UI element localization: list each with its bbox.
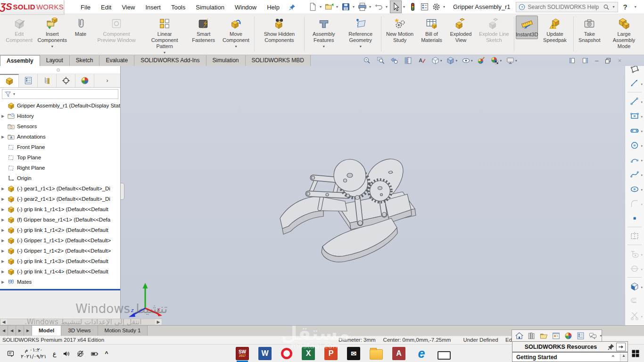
taskbar-app-button[interactable] [370,349,383,360]
tree-item[interactable]: ▶ (-) grip link 1_r1<1> (Default<<Defaul… [0,204,120,214]
sketch-tool-button[interactable]: ▾ [627,280,642,293]
save-button[interactable] [340,1,351,13]
task-pane-button[interactable] [537,330,550,341]
tree-item[interactable]: ▶ Gripper Assembly_r1 (Default<Display S… [0,100,120,111]
ribbon-button[interactable]: Show Hidden Components [256,16,303,44]
headsup-button[interactable]: ▾ [446,56,457,65]
chevron-down-icon[interactable]: ▾ [635,5,636,9]
sketch-tool-button[interactable]: ▾ [627,197,642,210]
sketch-tool-button[interactable]: ▾ [627,138,642,152]
panel-tabs-expand-button[interactable]: › [94,74,120,87]
task-pane-button[interactable] [525,330,537,341]
sketch-tool-button[interactable]: ▾ [627,247,642,261]
document-tab[interactable]: Motion Study 1 [98,326,148,336]
taskbar-app-button[interactable]: W [258,347,272,360]
taskbar-app-button[interactable]: A [392,347,405,360]
command-tab[interactable]: Sketch [70,55,100,66]
menu-item[interactable]: Edit [96,1,116,13]
expand-arrow-icon[interactable]: ▶ [1,239,7,243]
ribbon-button[interactable]: Bill of Materials [417,16,446,44]
task-pane-button[interactable] [574,330,586,341]
expand-arrow-icon[interactable]: ▶ [1,280,7,284]
show-left-pane-icon[interactable] [569,57,576,64]
expand-arrow-icon[interactable]: ▶ [1,249,7,253]
ribbon-button[interactable]: Mate [70,16,91,38]
tree-item[interactable]: ▶ Sensors [0,121,120,132]
ribbon-button[interactable]: Instant3D [516,16,538,39]
document-tab[interactable]: 3D Views [61,326,98,336]
sketch-tool-button[interactable] [627,294,642,308]
collapse-pane-button[interactable] [616,343,626,351]
menu-item[interactable]: Insert [140,1,166,13]
ribbon-button[interactable]: Large Assembly Mode [604,16,644,50]
ribbon-button[interactable]: Reference Geometry ▾ [341,16,380,49]
headsup-button[interactable]: ▾ [506,56,517,65]
ribbon-button[interactable] [254,16,255,51]
start-button[interactable] [630,348,641,359]
ribbon-button[interactable]: New Motion Study [383,16,417,44]
sketch-tool-button[interactable]: ▾ [627,109,642,123]
task-pane-button[interactable] [550,330,562,341]
help-button[interactable]: ? [623,3,627,11]
language-indicator[interactable]: ع [53,350,57,357]
menu-item[interactable]: Tools [166,1,190,13]
tree-item[interactable]: ▶ (-) Gripper 1_r1<1> (Default<<Default> [0,235,120,246]
menu-item[interactable]: File [75,1,96,13]
doc-minimize-button[interactable]: – [595,57,598,64]
ribbon-button[interactable]: Explode Line Sketch [475,16,512,44]
headsup-button[interactable]: ▾ [462,56,473,65]
scroll-up-icon[interactable]: ▲ [622,354,626,358]
tray-expand-icon[interactable]: ^ [105,350,108,357]
tree-item[interactable]: ▶ History [0,111,120,121]
taskbar-app-button[interactable]: SW 2017 [236,347,249,360]
ribbon-button[interactable] [304,16,305,51]
sketch-tool-button[interactable]: ▾ [627,182,642,196]
sketch-tool-button[interactable]: ▾ [627,94,642,108]
open-button[interactable] [324,1,335,13]
rebuild-button[interactable] [407,1,418,13]
sketch-tool-button[interactable]: ▾ [627,123,642,137]
document-tab[interactable]: Model [32,326,61,336]
expand-arrow-icon[interactable]: ▶ [1,114,7,118]
section-collapse-icon[interactable]: ⌃ [611,354,615,361]
doc-close-button[interactable]: × [618,57,621,64]
tree-item[interactable]: ▶ (-) grip link 1_r1<4> (Default<<Defaul… [0,266,120,277]
panel-tab[interactable] [19,74,38,87]
expand-arrow-icon[interactable]: ▶ [1,187,7,191]
pin-menubar-icon[interactable] [289,3,296,11]
tree-item[interactable]: ▶ Top Plane [0,152,120,163]
tab-nav-button[interactable]: ▶ [24,326,32,336]
tree-item[interactable]: ▶ (f) Gripper base_r1<1> (Default<<Defa [0,214,120,225]
command-tab[interactable]: Layout [40,55,70,66]
command-tab[interactable]: Evaluate [99,55,134,66]
volume-icon[interactable] [62,350,70,358]
doc-restore-button[interactable] [604,57,611,64]
taskbar-app-button[interactable]: ✉ [347,347,360,360]
menu-item[interactable]: Window [230,1,262,13]
ribbon-button[interactable]: Insert Components ▾ [34,16,70,49]
tree-item[interactable]: ▶ (-) Gripper 1_r1<2> (Default<<Default> [0,246,120,256]
ribbon-button[interactable]: Linear Component Pattern ▾ [141,16,188,55]
taskbar-app-button[interactable]: X [302,347,315,360]
notification-center-icon[interactable] [7,350,15,358]
search-icon[interactable] [603,3,610,11]
sketch-tool-button[interactable]: ▾ [627,167,642,181]
undo-button[interactable] [373,1,384,13]
ribbon-button[interactable]: Exploded View [446,16,475,44]
tree-item[interactable]: ▶ (-) grip link 1_r1<3> (Default<<Defaul… [0,256,120,266]
panel-tab[interactable] [57,74,75,87]
expand-arrow-icon[interactable]: ▶ [1,270,7,274]
tree-item[interactable]: ▶ Right Plane [0,163,120,173]
headsup-button[interactable]: ▾ [431,56,442,65]
headsup-button[interactable] [477,56,486,65]
headsup-button[interactable] [363,56,372,65]
headsup-button[interactable]: ▾ [490,56,502,65]
chevron-down-icon[interactable]: ▾ [612,5,614,9]
search-input[interactable] [528,4,601,10]
headsup-button[interactable] [404,56,413,65]
file-properties-button[interactable] [419,1,430,13]
expand-arrow-icon[interactable]: ▶ [1,135,7,139]
menu-item[interactable]: Simulation [190,1,230,13]
tray-clock[interactable]: ٠١:٢٠ م ٢٠٢١/٠٩/٢١ [21,347,47,361]
tree-item[interactable]: ▶ (-) grip link 1_r1<2> (Default<<Defaul… [0,225,120,235]
